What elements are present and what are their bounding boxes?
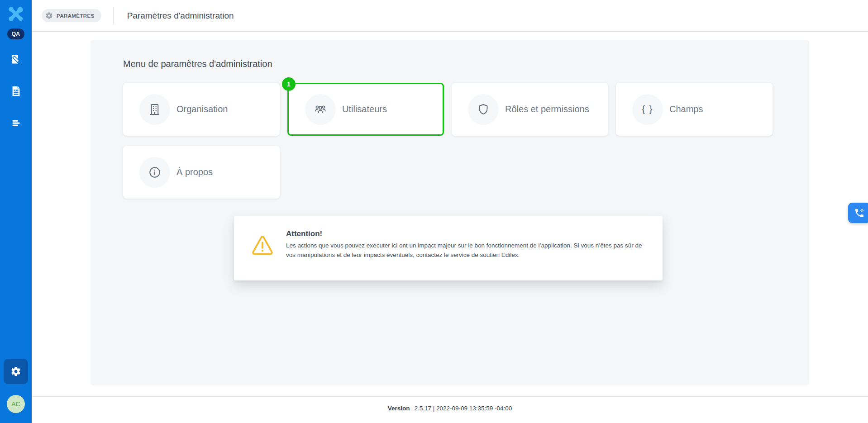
card-organisation[interactable]: Organisation xyxy=(123,83,280,136)
card-label: À propos xyxy=(176,167,213,177)
breadcrumb-label: PARAMÈTRES xyxy=(57,13,95,19)
step-badge: 1 xyxy=(282,77,296,91)
app-root: QA AC PARAMÈTRES Paramètres d'administra… xyxy=(0,0,868,423)
card-label: Utilisateurs xyxy=(342,104,387,114)
info-icon xyxy=(148,166,162,179)
top-header: PARAMÈTRES Paramètres d'administration xyxy=(32,0,868,32)
warning-triangle-icon xyxy=(250,233,275,257)
card-roles-permissions[interactable]: Rôles et permissions xyxy=(452,83,608,136)
sidebar-item-contracts[interactable] xyxy=(7,50,25,68)
shield-icon xyxy=(477,103,490,116)
logo-x-icon xyxy=(7,5,24,23)
icon-circle: { } xyxy=(632,94,663,125)
warning-title: Attention! xyxy=(286,229,648,238)
avatar[interactable]: AC xyxy=(7,395,25,413)
icon-circle xyxy=(305,94,336,125)
document-lines-icon xyxy=(10,85,22,97)
list-bars-icon xyxy=(10,117,22,129)
warning-banner: Attention! Les actions que vous pouvez e… xyxy=(234,216,663,280)
call-widget-button[interactable] xyxy=(848,203,868,223)
header-divider xyxy=(113,7,114,24)
environment-badge: QA xyxy=(7,29,25,39)
sidebar-nav xyxy=(7,50,25,132)
icon-circle xyxy=(139,94,170,125)
sidebar-item-documents[interactable] xyxy=(7,82,25,100)
gear-icon xyxy=(45,12,53,19)
version-footer: Version 2.5.17 | 2022-09-09 13:35:59 -04… xyxy=(32,396,868,423)
card-champs[interactable]: { } Champs xyxy=(616,83,773,136)
icon-circle xyxy=(468,94,499,125)
sidebar-item-settings-active[interactable] xyxy=(4,359,28,384)
braces-icon: { } xyxy=(642,104,653,114)
settings-cards: Organisation 1 Utilisateurs Rôles et per… xyxy=(123,83,775,199)
icon-circle xyxy=(139,157,170,188)
building-icon xyxy=(148,103,162,116)
warning-body: Les actions que vous pouvez exécuter ici… xyxy=(286,241,648,260)
gear-icon xyxy=(10,366,21,377)
users-icon xyxy=(314,103,327,116)
card-a-propos[interactable]: À propos xyxy=(123,146,280,199)
version-value: 2.5.17 | 2022-09-09 13:35:59 -04:00 xyxy=(414,405,512,412)
panel-heading: Menu de paramètres d'administration xyxy=(123,59,272,69)
page-title: Paramètres d'administration xyxy=(127,11,234,21)
phone-icon xyxy=(854,208,865,219)
settings-panel: Menu de paramètres d'administration Orga… xyxy=(91,40,809,385)
card-label: Champs xyxy=(669,104,703,114)
card-utilisateurs[interactable]: 1 Utilisateurs xyxy=(287,83,444,136)
card-label: Rôles et permissions xyxy=(505,104,589,114)
card-label: Organisation xyxy=(176,104,228,114)
contract-edit-icon xyxy=(10,53,22,66)
breadcrumb[interactable]: PARAMÈTRES xyxy=(42,9,101,22)
warning-content: Attention! Les actions que vous pouvez e… xyxy=(286,229,648,260)
sidebar-item-clauses[interactable] xyxy=(7,114,25,132)
version-label: Version xyxy=(388,405,410,412)
sidebar: QA AC xyxy=(0,0,32,423)
edilex-logo-icon[interactable] xyxy=(7,5,25,24)
